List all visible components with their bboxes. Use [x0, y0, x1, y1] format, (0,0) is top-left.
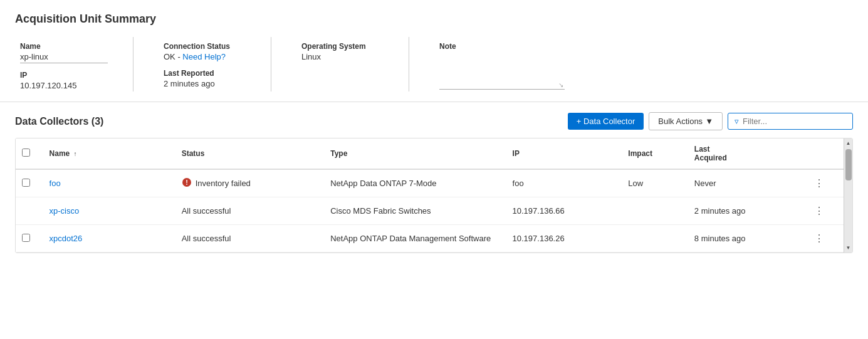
- table-row: xpcdot26All successfulNetApp ONTAP Data …: [16, 225, 844, 253]
- status-text: All successful: [175, 225, 325, 253]
- row-actions-button[interactable]: ⋮: [810, 176, 828, 190]
- scroll-thumb: [845, 149, 852, 180]
- data-collectors-table: Name ↑ Status Type IP Impact LastAcquire…: [15, 138, 853, 253]
- chevron-down-icon: ▼: [705, 117, 713, 126]
- type-text: NetApp Data ONTAP 7-Mode: [324, 169, 506, 197]
- impact-text: [622, 197, 688, 225]
- connection-ok-text: OK -: [164, 52, 182, 61]
- row-name-link[interactable]: xp-cisco: [50, 206, 80, 216]
- col-header-actions: [804, 138, 844, 169]
- impact-text: [622, 225, 688, 253]
- table-row: foo!Inventory failedNetApp Data ONTAP 7-…: [16, 169, 844, 197]
- need-help-link[interactable]: Need Help?: [182, 52, 226, 61]
- row-actions-button[interactable]: ⋮: [810, 231, 828, 246]
- name-value: xp-linux: [20, 52, 108, 63]
- filter-box: ▿: [728, 113, 853, 130]
- last-reported-value: 2 minutes ago: [164, 79, 246, 88]
- last-acquired-label: LastAcquired: [694, 145, 727, 162]
- summary-name-ip-col: Name xp-linux IP 10.197.120.145: [15, 37, 133, 91]
- scroll-down-arrow[interactable]: ▼: [846, 243, 851, 253]
- sort-arrow-icon: ↑: [74, 150, 77, 157]
- summary-status-col: Connection Status OK - Need Help? Last R…: [159, 37, 271, 91]
- scroll-up-arrow[interactable]: ▲: [846, 138, 851, 148]
- table-row: xp-ciscoAll successfulCisco MDS Fabric S…: [16, 197, 844, 225]
- row-name-link[interactable]: xpcdot26: [50, 234, 83, 243]
- type-text: Cisco MDS Fabric Switches: [324, 197, 506, 225]
- col-header-ip[interactable]: IP: [506, 138, 622, 169]
- select-all-checkbox-header: [16, 138, 43, 169]
- row-actions-button[interactable]: ⋮: [810, 204, 828, 218]
- last-acquired-text: 8 minutes ago: [688, 225, 804, 253]
- status-text: All successful: [175, 197, 325, 225]
- vertical-scrollbar[interactable]: ▲ ▼: [844, 138, 852, 253]
- os-value: Linux: [301, 52, 384, 61]
- type-text: NetApp ONTAP Data Management Software: [324, 225, 506, 253]
- bulk-actions-button[interactable]: Bulk Actions ▼: [649, 112, 723, 130]
- last-acquired-text: 2 minutes ago: [688, 197, 804, 225]
- ip-text: foo: [506, 169, 622, 197]
- filter-icon: ▿: [735, 117, 739, 126]
- add-data-collector-button[interactable]: + Data Collector: [568, 113, 644, 130]
- col-header-impact[interactable]: Impact: [622, 138, 688, 169]
- note-wrapper: ↘: [439, 52, 565, 90]
- resize-icon: ↘: [558, 81, 563, 88]
- summary-note-col: Note ↘: [434, 37, 590, 91]
- error-icon: !: [182, 177, 192, 189]
- collectors-header: Data Collectors (3) + Data Collector Bul…: [15, 112, 853, 130]
- svg-text:!: !: [186, 179, 188, 186]
- collectors-title: Data Collectors (3): [15, 116, 568, 127]
- summary-section: Acquisition Unit Summary Name xp-linux I…: [0, 0, 868, 102]
- table-inner: Name ↑ Status Type IP Impact LastAcquire…: [16, 138, 844, 253]
- page-title: Acquisition Unit Summary: [15, 13, 853, 26]
- scroll-track: [844, 148, 852, 243]
- ip-label: IP: [20, 71, 108, 80]
- col-header-type[interactable]: Type: [324, 138, 506, 169]
- status-text: Inventory failed: [196, 179, 251, 188]
- col-header-status[interactable]: Status: [175, 138, 325, 169]
- note-label: Note: [439, 42, 565, 51]
- row-checkbox[interactable]: [22, 234, 30, 242]
- ip-text: 10.197.136.66: [506, 197, 622, 225]
- select-all-checkbox[interactable]: [22, 149, 30, 157]
- row-checkbox[interactable]: [22, 179, 30, 187]
- table-with-scrollbar: Name ↑ Status Type IP Impact LastAcquire…: [16, 138, 852, 253]
- collectors-section: Data Collectors (3) + Data Collector Bul…: [0, 102, 868, 253]
- filter-input[interactable]: [743, 117, 843, 126]
- last-acquired-text: Never: [688, 169, 804, 197]
- note-textarea[interactable]: [439, 52, 565, 90]
- connection-status-value: OK - Need Help?: [164, 52, 246, 61]
- table-header-row: Name ↑ Status Type IP Impact LastAcquire…: [16, 138, 844, 169]
- summary-fields: Name xp-linux IP 10.197.120.145 Connecti…: [15, 37, 853, 91]
- name-label: Name: [20, 42, 108, 51]
- os-label: Operating System: [301, 42, 384, 51]
- summary-os-col: Operating System Linux: [296, 37, 409, 91]
- connection-status-label: Connection Status: [164, 42, 246, 51]
- row-name-link[interactable]: foo: [50, 179, 61, 188]
- col-header-name[interactable]: Name ↑: [43, 138, 175, 169]
- col-header-last-acquired: LastAcquired: [688, 138, 804, 169]
- ip-value: 10.197.120.145: [20, 81, 108, 90]
- impact-text: Low: [622, 169, 688, 197]
- ip-text: 10.197.136.26: [506, 225, 622, 253]
- last-reported-label: Last Reported: [164, 69, 246, 78]
